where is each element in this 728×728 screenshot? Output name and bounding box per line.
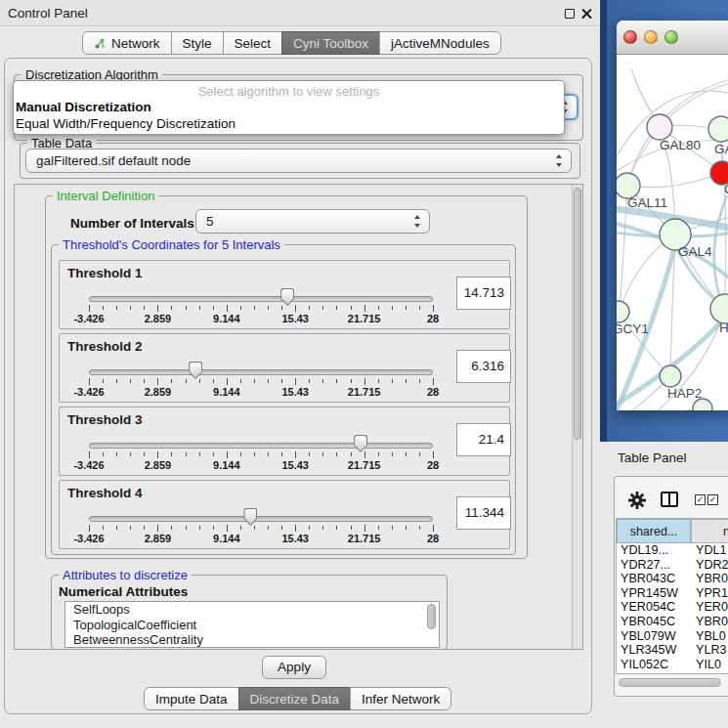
cell-shared-name: YBL079W: [621, 629, 676, 644]
popup-item-manual-discretization[interactable]: Manual Discretization: [14, 99, 564, 115]
network-node-label: GCY1: [617, 321, 649, 336]
threshold-label: Threshold 4: [67, 486, 143, 500]
tick-mark: [392, 379, 393, 383]
table-panel-title: Table Panel: [618, 450, 687, 465]
slider-handle-face: [244, 509, 256, 525]
tab-label: Impute Data: [155, 692, 228, 707]
tick-mark: [130, 306, 131, 310]
panel-title: Control Panel: [8, 6, 88, 21]
threshold-value-field[interactable]: 21.4: [456, 423, 511, 456]
tab-infer-network[interactable]: Infer Network: [350, 687, 451, 710]
number-of-intervals-combo[interactable]: 5: [195, 209, 430, 234]
threshold-slider-handle[interactable]: [189, 362, 202, 379]
tick-mark: [144, 306, 145, 310]
tick-mark: [351, 452, 352, 456]
network-node-ga[interactable]: [708, 116, 728, 142]
tick-label: 9.144: [213, 313, 240, 324]
threshold-slider-track[interactable]: [89, 369, 433, 375]
numerical-attribute-item[interactable]: SelfLoops: [65, 602, 439, 618]
combo-stepper-icon: [413, 215, 422, 228]
threshold-slider-handle[interactable]: [280, 288, 294, 306]
tick-label: 9.144: [213, 533, 240, 544]
tick-mark: [213, 306, 214, 310]
threshold-slider-track[interactable]: [89, 516, 433, 522]
gear-icon[interactable]: [627, 491, 647, 510]
tick-label: 28: [427, 533, 439, 544]
numerical-attribute-item[interactable]: BetweennessCentrality: [65, 632, 439, 648]
threshold-slider-track[interactable]: [89, 443, 433, 449]
apply-button[interactable]: Apply: [262, 656, 326, 679]
slider-handle-face: [281, 289, 293, 305]
threshold-label: Threshold 3: [67, 412, 143, 427]
table-row[interactable]: YLR345WYLR3: [617, 643, 728, 658]
table-row[interactable]: YBL079WYBL0: [617, 629, 728, 644]
tab-jactivemnodules[interactable]: jActiveMNodules: [379, 31, 501, 55]
vertical-scrollbar-thumb[interactable]: [574, 188, 581, 440]
table-row[interactable]: YIL052CYIL0: [617, 658, 728, 672]
threshold-panel-4: Threshold 4-3.4262.8599.14415.4321.71528…: [59, 480, 510, 549]
table-row[interactable]: YPR145WYPR1: [617, 586, 728, 601]
tab-impute-data[interactable]: Impute Data: [144, 687, 239, 710]
tick-mark: [295, 305, 296, 312]
horizontal-scrollbar-thumb[interactable]: [619, 678, 721, 687]
close-icon[interactable]: [581, 8, 593, 20]
checkbox-icon[interactable]: ✓: [695, 494, 706, 505]
table-row[interactable]: YBR043CYBR0: [617, 572, 728, 586]
threshold-slider-handle[interactable]: [354, 435, 367, 452]
tab-cyni-toolbox[interactable]: Cyni Toolbox: [281, 31, 380, 55]
tick-label: -3.426: [73, 386, 104, 398]
minimize-traffic-light[interactable]: [644, 30, 658, 44]
close-traffic-light[interactable]: [623, 30, 637, 44]
table-row[interactable]: YBR045CYBR0: [617, 615, 728, 629]
tick-mark: [419, 379, 420, 383]
tab-select[interactable]: Select: [223, 31, 283, 55]
network-node-gal80[interactable]: [647, 114, 672, 140]
checkbox-icon[interactable]: ✓: [707, 494, 718, 505]
tick-label: 21.715: [348, 459, 381, 471]
tick-mark: [392, 306, 393, 310]
network-node-hap2[interactable]: [660, 365, 681, 387]
tick-mark: [213, 379, 214, 383]
thresholds-legend: Threshold's Coordinates for 5 Intervals: [59, 237, 284, 252]
attributes-scrollbar-thumb[interactable]: [427, 604, 436, 629]
tick-mark: [213, 526, 214, 530]
zoom-traffic-light[interactable]: [664, 30, 678, 44]
popup-item-equal-width-frequency[interactable]: Equal Width/Frequency Discretization: [14, 115, 564, 132]
table-row[interactable]: YER054CYER0: [617, 600, 728, 615]
tick-mark: [364, 525, 365, 532]
table-row[interactable]: YDR27...YDR2: [617, 558, 728, 573]
threshold-value-field[interactable]: 6.316: [456, 350, 511, 383]
column-header-shared[interactable]: shared...: [617, 519, 691, 543]
tick-mark: [322, 452, 323, 456]
network-edge: [627, 173, 721, 188]
tab-style[interactable]: Style: [171, 31, 224, 55]
tick-mark: [186, 452, 187, 456]
tick-mark: [186, 306, 187, 310]
numerical-attributes-title: Numerical Attributes: [59, 584, 188, 599]
network-node-label: GAL80: [660, 138, 701, 152]
tab-network[interactable]: Network: [82, 31, 172, 55]
column-layout-icon[interactable]: [661, 492, 678, 507]
threshold-slider-track[interactable]: [89, 296, 433, 302]
network-window-titlebar[interactable]: [617, 21, 728, 55]
float-window-icon[interactable]: [565, 9, 575, 19]
column-header-name[interactable]: n: [691, 519, 728, 543]
tick-mark: [336, 452, 337, 456]
numerical-attribute-item[interactable]: TopologicalCoefficient: [65, 618, 439, 633]
threshold-value-field[interactable]: 11.344: [456, 496, 511, 530]
threshold-value-field[interactable]: 14.713: [456, 277, 511, 310]
threshold-slider-handle[interactable]: [243, 508, 257, 526]
tab-discretize-data[interactable]: Discretize Data: [238, 687, 352, 710]
tick-mark: [322, 526, 323, 530]
control-panel-titlebar: Control Panel: [0, 0, 598, 26]
tick-mark: [144, 452, 145, 456]
table-row[interactable]: YDL19...YDL1: [617, 543, 728, 558]
network-node-label: GA: [714, 142, 728, 156]
cell-shared-name: YBR043C: [621, 572, 675, 586]
network-canvas[interactable]: GAL80GACGAL11GAL4GCY1HHAP2: [617, 55, 728, 410]
tick-mark: [227, 451, 228, 458]
table-data-combo[interactable]: galFiltered.sif default node: [25, 149, 572, 173]
tick-mark: [254, 452, 255, 456]
network-node-gcy1[interactable]: [617, 301, 629, 322]
tick-mark: [171, 306, 172, 310]
